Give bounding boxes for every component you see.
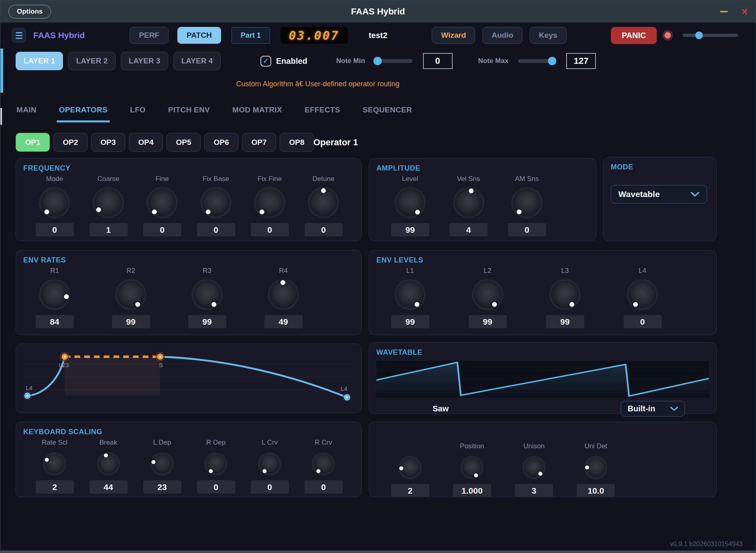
l-crv-knob[interactable] — [258, 452, 281, 476]
tab-main[interactable]: MAIN — [16, 106, 37, 114]
layer-tab-layer-4[interactable]: LAYER 4 — [173, 52, 221, 70]
wizard-button[interactable]: Wizard — [432, 27, 475, 44]
op-button-op6[interactable]: OP6 — [204, 133, 238, 152]
l-dep-knob[interactable] — [150, 452, 174, 476]
panic-button[interactable]: PANIC — [611, 27, 657, 44]
r1-value[interactable]: 84 — [36, 315, 74, 328]
op-button-op1[interactable]: OP1 — [16, 133, 50, 152]
position-knob[interactable] — [460, 456, 484, 479]
scroll-indicator — [0, 108, 2, 125]
volume-slider[interactable] — [683, 34, 738, 37]
op-button-op5[interactable]: OP5 — [167, 133, 201, 152]
keys-button[interactable]: Keys — [530, 27, 566, 44]
l4-value[interactable]: 0 — [624, 315, 662, 328]
note-max-slider[interactable] — [518, 59, 556, 63]
l2-knob[interactable] — [472, 279, 503, 310]
l3-value[interactable]: 99 — [546, 315, 584, 328]
note-min-slider-thumb[interactable] — [374, 57, 382, 65]
envelope-graph[interactable]: L2 L3 S L4 L4 — [20, 346, 357, 410]
perf-button[interactable]: PERF — [130, 27, 169, 44]
l4-knob[interactable] — [627, 279, 658, 310]
enabled-checkbox[interactable]: ✓ — [260, 56, 271, 67]
record-indicator-icon[interactable] — [663, 30, 673, 41]
tab-mod-matrix[interactable]: MOD MATRIX — [232, 106, 282, 114]
tab-operators[interactable]: OPERATORS — [59, 106, 108, 114]
coarse-value[interactable]: 1 — [89, 223, 128, 236]
r-crv-value[interactable]: 0 — [305, 480, 343, 494]
wavetable-source-select[interactable]: Built-in — [621, 401, 685, 417]
l-dep-value[interactable]: 23 — [143, 480, 181, 494]
r3-knob[interactable] — [191, 279, 223, 310]
algorithm-note[interactable]: Custom Algorithm â€ User-defined operato… — [0, 80, 635, 88]
minimize-icon[interactable] — [720, 11, 728, 12]
mode-knob[interactable] — [39, 187, 70, 218]
vel-sns-knob[interactable] — [453, 187, 484, 218]
note-max-slider-thumb[interactable] — [548, 57, 556, 65]
op-button-op2[interactable]: OP2 — [53, 133, 87, 152]
mode-select[interactable]: Wavetable — [611, 185, 707, 203]
unlabeled-knob[interactable] — [398, 456, 422, 479]
volume-slider-thumb[interactable] — [695, 32, 703, 39]
fine-value[interactable]: 0 — [143, 223, 181, 236]
op-button-op8[interactable]: OP8 — [280, 133, 314, 152]
vel-sns-value[interactable]: 4 — [449, 223, 488, 236]
r-crv-knob[interactable] — [312, 452, 335, 476]
r2-value[interactable]: 99 — [112, 315, 150, 328]
coarse-knob[interactable] — [93, 187, 124, 218]
layer-tab-layer-2[interactable]: LAYER 2 — [68, 52, 116, 70]
l-crv-value[interactable]: 0 — [251, 480, 289, 494]
tab-sequencer[interactable]: SEQUENCER — [363, 106, 412, 114]
r2-knob[interactable] — [115, 279, 146, 310]
break-knob[interactable] — [97, 452, 120, 476]
note-max-value[interactable]: 127 — [566, 53, 596, 69]
r4-knob[interactable] — [268, 279, 299, 310]
break-value[interactable]: 44 — [89, 480, 128, 494]
fix-fine-value[interactable]: 0 — [251, 223, 289, 236]
level-value[interactable]: 99 — [391, 223, 429, 236]
note-min-slider[interactable] — [375, 59, 413, 63]
rate-scl-knob[interactable] — [43, 452, 66, 476]
menu-icon[interactable] — [12, 28, 26, 43]
uni-det-value[interactable]: 10.0 — [577, 484, 615, 497]
r1-knob[interactable] — [39, 279, 70, 310]
audio-button[interactable]: Audio — [482, 27, 522, 44]
tab-pitch-env[interactable]: PITCH ENV — [168, 106, 210, 114]
fix-fine-knob[interactable] — [254, 187, 285, 218]
am-sns-knob[interactable] — [511, 187, 543, 218]
patch-button[interactable]: PATCH — [177, 27, 221, 44]
detune-value[interactable]: 0 — [305, 223, 343, 236]
op-button-op4[interactable]: OP4 — [129, 133, 163, 152]
fix-base-value[interactable]: 0 — [197, 223, 235, 236]
r-dep-knob[interactable] — [204, 452, 228, 476]
am-sns-value[interactable]: 0 — [508, 223, 546, 236]
unlabeled-value[interactable]: 2 — [391, 484, 429, 497]
detune-knob[interactable] — [308, 187, 339, 218]
rate-scl-value[interactable]: 2 — [36, 480, 74, 494]
tab-lfo[interactable]: LFO — [130, 106, 146, 114]
op-button-op7[interactable]: OP7 — [242, 133, 276, 152]
r3-value[interactable]: 99 — [188, 315, 226, 328]
l1-value[interactable]: 99 — [391, 315, 429, 328]
layer-tab-layer-1[interactable]: LAYER 1 — [16, 52, 63, 70]
note-min-value[interactable]: 0 — [423, 53, 453, 69]
layer-tab-layer-3[interactable]: LAYER 3 — [121, 52, 168, 70]
unison-knob[interactable] — [522, 456, 546, 479]
fix-base-knob[interactable] — [200, 187, 232, 218]
fine-knob[interactable] — [146, 187, 178, 218]
options-button[interactable]: Options — [8, 5, 51, 18]
tab-effects[interactable]: EFFECTS — [305, 106, 340, 114]
op-button-op3[interactable]: OP3 — [91, 133, 125, 152]
unison-value[interactable]: 3 — [515, 484, 553, 497]
l3-knob[interactable] — [549, 279, 581, 310]
l2-value[interactable]: 99 — [469, 315, 507, 328]
knob-label: Vel Sns — [457, 175, 480, 184]
r4-value[interactable]: 49 — [264, 315, 303, 328]
close-icon[interactable]: × — [742, 6, 748, 17]
r-dep-value[interactable]: 0 — [197, 480, 235, 494]
l1-knob[interactable] — [394, 279, 426, 310]
position-value[interactable]: 1.000 — [453, 484, 491, 497]
mode-value[interactable]: 0 — [36, 223, 74, 236]
uni-det-knob[interactable] — [584, 456, 608, 479]
part-button[interactable]: Part 1 — [232, 27, 270, 44]
level-knob[interactable] — [394, 187, 426, 218]
